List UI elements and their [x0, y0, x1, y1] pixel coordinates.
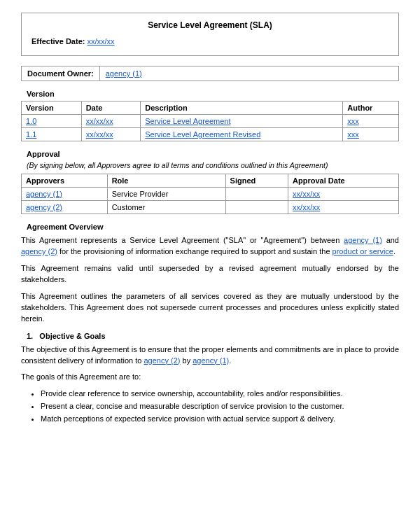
agency1-link2[interactable]: agency (1) [192, 356, 229, 365]
approval-table: Approvers Role Signed Approval Date agen… [21, 174, 399, 214]
role-cell: Service Provider [107, 188, 225, 201]
table-row: agency (2) Customer xx/xx/xx [22, 201, 399, 214]
date-col-header: Date [81, 102, 141, 115]
author-col-header: Author [343, 102, 399, 115]
approver-cell[interactable]: agency (1) [22, 188, 108, 201]
version-col-header: Version [22, 102, 82, 115]
table-row: agency (1) Service Provider xx/xx/xx [22, 188, 399, 201]
doc-owner-row: Document Owner: agency (1) [21, 66, 399, 81]
approval-date-cell: xx/xx/xx [288, 201, 399, 214]
approval-section: Approval (By signing below, all Approver… [21, 150, 399, 214]
product-service-link[interactable]: product or service [332, 247, 393, 255]
agreement-para-1: This Agreement represents a Service Leve… [21, 235, 399, 258]
signed-cell [225, 188, 288, 201]
doc-owner-label: Document Owner: [22, 66, 100, 80]
list-item: Present a clear, concise and measurable … [41, 401, 399, 412]
description-col-header: Description [141, 102, 343, 115]
approval-date-col-header: Approval Date [288, 174, 399, 188]
table-row: 1.1 xx/xx/xx Service Level Agreement Rev… [22, 128, 399, 141]
version-title: Version [21, 90, 399, 98]
date-cell: xx/xx/xx [81, 128, 141, 141]
signed-cell [225, 201, 288, 214]
list-item: Match perceptions of expected service pr… [41, 414, 399, 425]
objective-title: 1. Objective & Goals [21, 332, 399, 340]
doc-owner-value: agency (1) [100, 66, 148, 80]
header-box: Service Level Agreement (SLA) Effective … [21, 13, 399, 56]
approver-cell[interactable]: agency (2) [22, 201, 108, 214]
approvers-col-header: Approvers [22, 174, 108, 188]
version-section: Version Version Date Description Author … [21, 90, 399, 141]
document-title: Service Level Agreement (SLA) [31, 20, 388, 30]
agency2-link2[interactable]: agency (2) [144, 356, 180, 365]
table-row: 1.0 xx/xx/xx Service Level Agreement xxx [22, 115, 399, 128]
approval-date-cell: xx/xx/xx [288, 188, 399, 201]
approval-note: (By signing below, all Approvers agree t… [21, 161, 399, 169]
description-cell[interactable]: Service Level Agreement Revised [141, 128, 343, 141]
role-cell: Customer [107, 201, 225, 214]
goals-intro: The goals of this Agreement are to: [21, 372, 399, 383]
agreement-overview-title: Agreement Overview [21, 223, 399, 231]
goals-list: Provide clear reference to service owner… [41, 388, 399, 425]
role-col-header: Role [107, 174, 225, 188]
agreement-para-2: This Agreement remains valid until super… [21, 263, 399, 286]
agreement-para-3: This Agreement outlines the parameters o… [21, 291, 399, 325]
approval-title: Approval [21, 150, 399, 158]
agency1-link1[interactable]: agency (1) [344, 236, 382, 244]
date-cell: xx/xx/xx [81, 115, 141, 128]
agency2-link1[interactable]: agency (2) [21, 247, 57, 255]
list-item: Provide clear reference to service owner… [41, 388, 399, 400]
effective-date-label: Effective Date: [31, 37, 85, 46]
author-cell: xxx [343, 128, 399, 141]
version-cell[interactable]: 1.1 [22, 128, 82, 141]
description-cell[interactable]: Service Level Agreement [141, 115, 343, 128]
signed-col-header: Signed [225, 174, 288, 188]
objective-section: 1. Objective & Goals The objective of th… [21, 332, 399, 426]
author-cell: xxx [343, 115, 399, 128]
version-cell[interactable]: 1.0 [22, 115, 82, 128]
agreement-overview-section: Agreement Overview This Agreement repres… [21, 223, 399, 325]
version-table: Version Date Description Author 1.0 xx/x… [21, 101, 399, 141]
effective-date-value: xx/xx/xx [87, 37, 114, 46]
objective-intro: The objective of this Agreement is to en… [21, 344, 399, 367]
effective-date: Effective Date: xx/xx/xx [31, 37, 388, 46]
